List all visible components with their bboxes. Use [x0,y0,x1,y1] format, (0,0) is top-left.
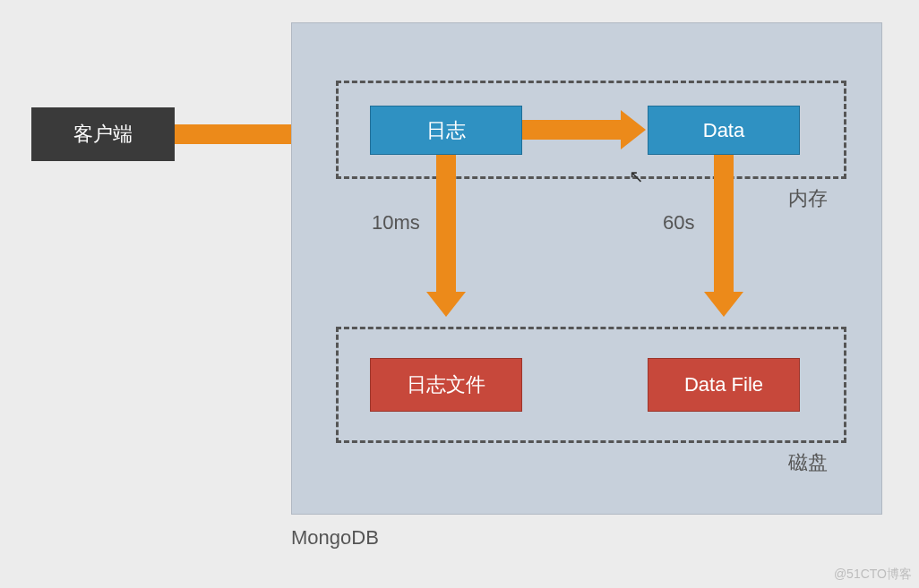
client-label: 客户端 [73,121,133,148]
data-memory-box: Data [648,106,800,155]
log-memory-box: 日志 [370,106,522,155]
arrow-data-to-datafile [714,155,734,292]
data-memory-label: Data [703,119,744,142]
arrow-log-to-data [522,120,621,140]
log-flush-interval: 10ms [372,211,420,234]
memory-label: 内存 [788,185,828,212]
data-flush-interval: 60s [663,211,694,234]
data-file-label: Data File [684,373,763,396]
arrow-client-to-mongo [175,124,291,144]
mongodb-label: MongoDB [291,526,379,550]
watermark: @51CTO博客 [834,567,912,583]
disk-label: 磁盘 [788,449,828,476]
client-box: 客户端 [31,107,175,161]
log-file-box: 日志文件 [370,358,522,412]
log-memory-label: 日志 [426,117,466,144]
log-file-label: 日志文件 [407,371,485,398]
cursor-icon: ↖ [629,166,644,187]
data-file-box: Data File [648,358,800,412]
arrow-log-to-logfile [436,155,456,292]
